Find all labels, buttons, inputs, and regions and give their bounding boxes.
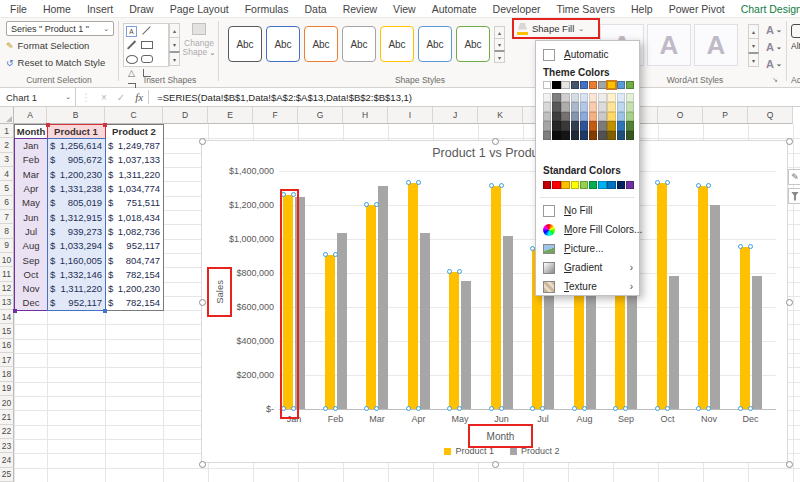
theme-variant-swatch[interactable]: [580, 131, 588, 140]
gallery-scroll-down-icon[interactable]: ▾: [748, 38, 759, 53]
value-cell[interactable]: $1,311,220: [47, 282, 106, 297]
column-header-J[interactable]: J: [433, 107, 478, 124]
row-header-19[interactable]: 19: [0, 382, 14, 396]
theme-variant-swatch[interactable]: [552, 93, 560, 102]
header-cell[interactable]: Product 2: [105, 124, 164, 139]
shape-textbox-icon[interactable]: A: [124, 24, 139, 38]
chart-styles-button[interactable]: ✎: [788, 169, 800, 185]
theme-variant-swatch[interactable]: [552, 102, 560, 111]
theme-variant-swatch[interactable]: [543, 93, 551, 102]
header-cell[interactable]: Month: [14, 124, 48, 139]
column-header-D[interactable]: D: [163, 107, 208, 124]
shape-fill-button[interactable]: Shape Fill ⌄: [514, 20, 598, 37]
format-selection-button[interactable]: ✎ Format Selection: [6, 40, 89, 51]
gallery-scroll-more-icon[interactable]: ▾: [748, 52, 759, 67]
theme-variant-swatch[interactable]: [571, 93, 579, 102]
bar-product1[interactable]: [698, 186, 708, 409]
shape-style-tile[interactable]: Abc: [456, 26, 490, 62]
bar-product2[interactable]: [752, 276, 762, 409]
row-header-23[interactable]: 23: [0, 439, 14, 453]
tab-draw[interactable]: Draw: [121, 1, 162, 17]
shape-style-tile[interactable]: Abc: [266, 26, 300, 62]
theme-variant-swatch[interactable]: [617, 102, 625, 111]
wordart-style-tile[interactable]: A: [694, 24, 738, 66]
standard-color-swatch[interactable]: [552, 181, 560, 189]
standard-color-swatch[interactable]: [561, 181, 569, 189]
bar-product1[interactable]: [740, 247, 750, 409]
month-cell[interactable]: Oct: [14, 267, 48, 282]
theme-color-swatch[interactable]: [571, 81, 579, 89]
row-header-3[interactable]: 3: [0, 153, 14, 167]
bar-product2[interactable]: [461, 281, 471, 409]
theme-variant-swatch[interactable]: [552, 131, 560, 140]
theme-variant-swatch[interactable]: [543, 102, 551, 111]
value-cell[interactable]: $1,256,614: [47, 138, 106, 153]
column-header-C[interactable]: C: [105, 107, 163, 124]
shape-style-tile[interactable]: Abc: [380, 26, 414, 62]
wordart-dialog-launcher-icon[interactable]: ↘: [772, 76, 778, 84]
row-header-7[interactable]: 7: [0, 210, 14, 224]
value-cell[interactable]: $751,511: [105, 196, 164, 211]
shape-style-tile[interactable]: Abc: [418, 26, 452, 62]
theme-variant-swatch[interactable]: [543, 131, 551, 140]
bar-product2[interactable]: [710, 205, 720, 409]
value-cell[interactable]: $782,154: [105, 296, 164, 311]
row-header-1[interactable]: 1: [0, 124, 14, 138]
month-cell[interactable]: Jun: [14, 210, 48, 225]
standard-color-swatch[interactable]: [607, 181, 615, 189]
shape-oval-icon[interactable]: [124, 52, 139, 66]
theme-variant-swatch[interactable]: [580, 102, 588, 111]
column-header-I[interactable]: I: [388, 107, 433, 124]
chart-resize-handle[interactable]: [786, 299, 793, 306]
insert-shapes-gallery[interactable]: A△: [123, 23, 169, 67]
bar-product1[interactable]: [657, 183, 667, 409]
tab-developer[interactable]: Developer: [485, 1, 549, 17]
month-cell[interactable]: Sep: [14, 253, 48, 268]
menu-item-automatic[interactable]: Automatic: [536, 45, 639, 64]
value-cell[interactable]: $1,200,230: [105, 282, 164, 297]
row-header-13[interactable]: 13: [0, 296, 14, 310]
theme-variant-swatch[interactable]: [589, 112, 597, 121]
column-header-B[interactable]: B: [47, 107, 105, 124]
y-axis-title[interactable]: Sales: [214, 280, 225, 304]
gallery-scroll-more-icon[interactable]: ▾: [494, 50, 505, 63]
theme-variant-swatch[interactable]: [580, 93, 588, 102]
insert-function-icon[interactable]: fx: [135, 91, 143, 103]
row-header-20[interactable]: 20: [0, 396, 14, 410]
month-cell[interactable]: Aug: [14, 239, 48, 254]
theme-variant-swatch[interactable]: [571, 121, 579, 130]
theme-variant-swatch[interactable]: [607, 93, 615, 102]
theme-variant-swatch[interactable]: [626, 131, 634, 140]
shape-style-tile[interactable]: Abc: [304, 26, 338, 62]
row-header-16[interactable]: 16: [0, 339, 14, 353]
theme-color-swatch[interactable]: [626, 81, 634, 89]
row-header-8[interactable]: 8: [0, 224, 14, 238]
gallery-scroll-more-icon[interactable]: ▾: [169, 51, 180, 66]
tab-power-pivot[interactable]: Power Pivot: [661, 1, 733, 17]
cancel-entry-icon[interactable]: ×: [101, 92, 107, 103]
theme-color-swatch[interactable]: [580, 81, 588, 89]
row-header-25[interactable]: 25: [0, 468, 14, 482]
row-header-17[interactable]: 17: [0, 353, 14, 367]
select-all-corner[interactable]: [0, 107, 14, 124]
theme-variant-swatch[interactable]: [598, 93, 606, 102]
month-cell[interactable]: Jul: [14, 224, 48, 239]
value-cell[interactable]: $905,672: [47, 153, 106, 168]
value-cell[interactable]: $1,034,774: [105, 181, 164, 196]
value-cell[interactable]: $1,332,146: [47, 267, 106, 282]
header-cell[interactable]: Product 1: [47, 124, 106, 139]
bar-product1[interactable]: [491, 186, 501, 409]
theme-variant-swatch[interactable]: [626, 112, 634, 121]
month-cell[interactable]: Jan: [14, 138, 48, 153]
column-header-G[interactable]: G: [298, 107, 343, 124]
wordart-style-tile[interactable]: A: [647, 24, 691, 66]
column-header-P[interactable]: P: [703, 107, 748, 124]
theme-color-swatch[interactable]: [598, 81, 606, 89]
theme-variant-swatch[interactable]: [626, 121, 634, 130]
bar-product2[interactable]: [337, 233, 347, 409]
standard-color-swatch[interactable]: [580, 181, 588, 189]
menu-item-gradient[interactable]: Gradient›: [536, 258, 639, 277]
theme-variant-swatch[interactable]: [589, 121, 597, 130]
value-cell[interactable]: $1,249,787: [105, 138, 164, 153]
column-header-F[interactable]: F: [253, 107, 298, 124]
